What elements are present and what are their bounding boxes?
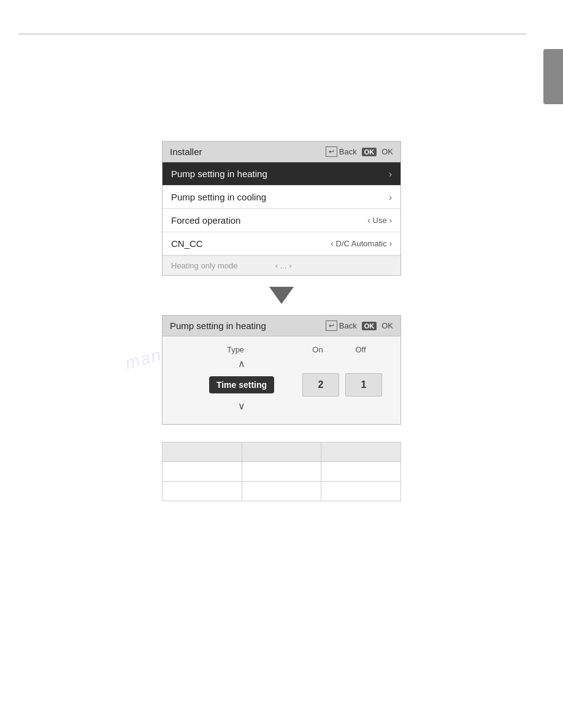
installer-menu-header: Installer ↩ Back OK OK — [163, 142, 400, 162]
table-cell — [321, 462, 401, 482]
on-value-box[interactable]: 2 — [302, 373, 339, 396]
bottom-table-container — [162, 442, 401, 501]
off-col-header: Off — [339, 345, 382, 354]
installer-title: Installer — [170, 146, 202, 157]
table-cell — [242, 442, 321, 462]
right-chevron: › — [389, 216, 392, 225]
detail-header-actions: ↩ Back OK OK — [326, 320, 393, 331]
left-chevron: ‹ — [367, 216, 370, 225]
on-col-header: On — [296, 345, 339, 354]
left-chevron: ‹ — [331, 239, 333, 248]
table-cell — [242, 462, 321, 482]
menu-row-forced-operation[interactable]: Forced operation ‹ Use › — [163, 209, 400, 232]
table-cell — [242, 482, 321, 501]
type-value-container: Time setting — [181, 376, 302, 393]
detail-title: Pump setting in heating — [170, 320, 266, 331]
table-cell — [163, 462, 242, 482]
menu-row-chevron: › — [389, 192, 392, 202]
top-divider — [18, 34, 526, 34]
sidebar-tab — [543, 49, 563, 104]
chevron-down-row: ∨ — [175, 400, 388, 412]
detail-ok-label: OK — [381, 321, 393, 330]
table-cell — [163, 442, 242, 462]
table-row — [163, 462, 401, 482]
detail-panel: Pump setting in heating ↩ Back OK OK Typ… — [162, 315, 401, 425]
menu-row-label: Pump setting in heating — [171, 169, 267, 179]
column-headers: Type On Off — [175, 345, 388, 354]
detail-back-button[interactable]: ↩ Back — [326, 320, 357, 331]
chevron-up-icon: ∧ — [238, 358, 245, 370]
back-button[interactable]: ↩ Back — [326, 146, 357, 157]
right-chevron: › — [389, 239, 392, 248]
menu-row-pump-cooling[interactable]: Pump setting in cooling › — [163, 186, 400, 209]
value-text: D/C Automatic — [336, 239, 387, 248]
table-row — [163, 482, 401, 501]
header-actions: ↩ Back OK OK — [326, 146, 393, 157]
table-cell — [321, 482, 401, 501]
type-chevron-up[interactable]: ∧ — [181, 358, 302, 370]
ok-badge: OK — [362, 148, 377, 156]
detail-back-label: Back — [339, 321, 357, 330]
table-cell — [163, 482, 242, 501]
detail-body: Type On Off ∧ — [163, 336, 400, 424]
menu-row-cn-cc[interactable]: CN_CC ‹ D/C Automatic › — [163, 232, 400, 256]
menu-row-label: CN_CC — [171, 238, 203, 249]
menu-row-value: ‹ Use › — [367, 216, 392, 225]
back-label: Back — [339, 147, 357, 156]
bottom-table — [162, 442, 401, 501]
table-row — [163, 442, 401, 462]
chevron-icon: › — [389, 169, 392, 179]
arrow-down-icon — [269, 287, 294, 304]
installer-menu-panel: Installer ↩ Back OK OK Pump setting in h… — [162, 141, 401, 276]
type-col-header: Type — [175, 345, 296, 354]
arrow-down-container — [269, 287, 294, 304]
chevron-down-icon: ∨ — [238, 400, 245, 412]
value-text: Use — [373, 216, 387, 225]
menu-row-label: Pump setting in cooling — [171, 192, 266, 202]
menu-row-value: ‹ D/C Automatic › — [331, 239, 392, 248]
detail-back-icon: ↩ — [326, 320, 337, 331]
on-off-values: 2 1 — [302, 373, 382, 396]
detail-ok-badge: OK — [362, 322, 377, 330]
chevron-icon: › — [389, 192, 392, 202]
menu-row-pump-heating[interactable]: Pump setting in heating › — [163, 162, 400, 186]
partial-label: Heating only mode — [171, 261, 237, 270]
menu-row-partial: Heating only mode ‹ ... › — [163, 256, 400, 275]
time-setting-badge: Time setting — [209, 376, 274, 393]
table-cell — [321, 442, 401, 462]
back-icon: ↩ — [326, 146, 337, 157]
detail-header: Pump setting in heating ↩ Back OK OK — [163, 316, 400, 336]
type-chevron-down[interactable]: ∨ — [181, 400, 302, 412]
main-value-row: Time setting 2 1 — [175, 373, 388, 396]
ok-label: OK — [381, 147, 393, 156]
chevron-up-row: ∧ — [175, 358, 388, 370]
menu-row-label: Forced operation — [171, 215, 240, 226]
main-content: Installer ↩ Back OK OK Pump setting in h… — [0, 141, 563, 501]
menu-row-chevron: › — [389, 169, 392, 179]
off-value-box[interactable]: 1 — [345, 373, 382, 396]
